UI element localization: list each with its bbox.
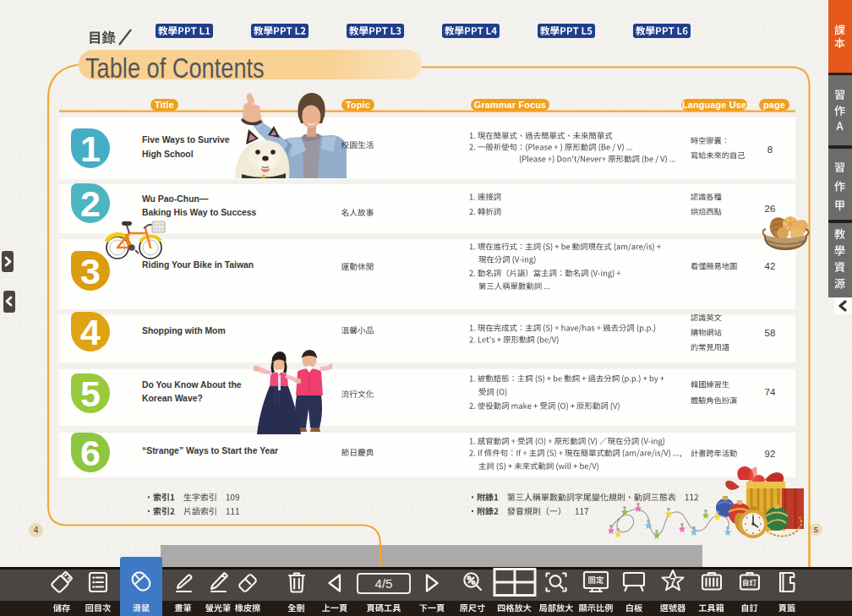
svg-text:7: 7 [669,575,675,588]
